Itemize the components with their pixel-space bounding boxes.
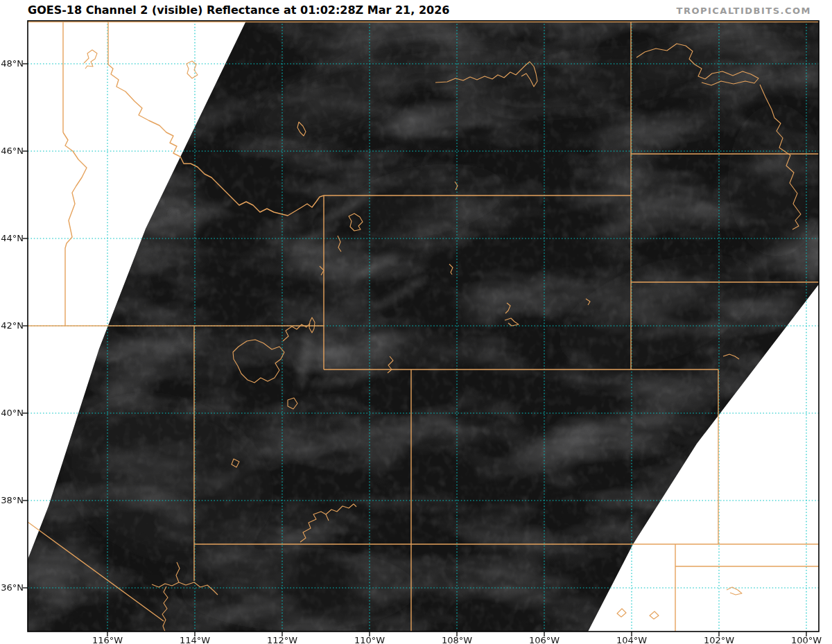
lon-label-104w: 104°W (609, 635, 654, 644)
lon-label-106w: 106°W (522, 635, 566, 644)
lon-label-108w: 108°W (435, 635, 479, 644)
lon-label-116w: 116°W (85, 635, 130, 644)
lat-label-48n: 48°N (0, 58, 24, 69)
lon-label-114w: 114°W (173, 635, 217, 644)
lat-label-44n: 44°N (0, 233, 24, 244)
lon-label-112w: 112°W (260, 635, 304, 644)
lat-label-40n: 40°N (0, 408, 24, 419)
lon-label-102w: 102°W (697, 635, 741, 644)
lat-label-38n: 38°N (0, 495, 24, 506)
lat-label-46n: 46°N (0, 146, 24, 157)
goes-satellite-viewer: GOES-18 Channel 2 (visible) Reflectance … (0, 0, 832, 644)
lon-label-110w: 110°W (347, 635, 392, 644)
lat-label-42n: 42°N (0, 320, 24, 331)
lon-label-100w: 100°W (784, 635, 829, 644)
lat-label-36n: 36°N (0, 582, 24, 593)
satellite-map (0, 0, 832, 644)
